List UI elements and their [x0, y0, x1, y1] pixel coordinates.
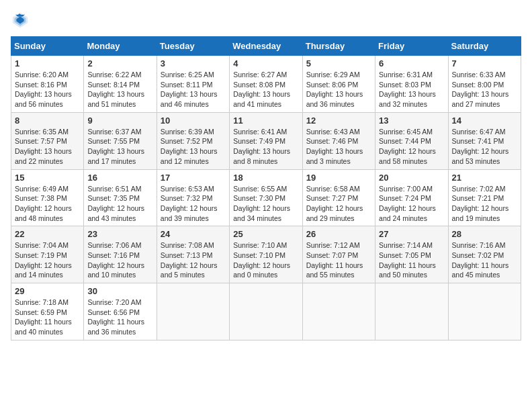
day-number: 6 — [379, 58, 444, 68]
day-detail: Sunrise: 7:08 AMSunset: 7:13 PMDaylight:… — [161, 240, 226, 280]
header-day-friday: Friday — [375, 37, 448, 56]
calendar-cell: 28 Sunrise: 7:16 AMSunset: 7:02 PMDaylig… — [448, 226, 521, 283]
calendar-cell: 12 Sunrise: 6:43 AMSunset: 7:46 PMDaylig… — [302, 112, 375, 169]
header-day-sunday: Sunday — [11, 37, 84, 56]
day-number: 29 — [15, 286, 80, 296]
header-day-thursday: Thursday — [302, 37, 375, 56]
calendar-cell: 22 Sunrise: 7:04 AMSunset: 7:19 PMDaylig… — [11, 226, 84, 283]
calendar-cell: 25 Sunrise: 7:10 AMSunset: 7:10 PMDaylig… — [230, 226, 302, 283]
calendar-table: SundayMondayTuesdayWednesdayThursdayFrid… — [11, 36, 521, 340]
calendar-cell: 15 Sunrise: 6:49 AMSunset: 7:38 PMDaylig… — [11, 169, 84, 226]
calendar-cell: 16 Sunrise: 6:51 AMSunset: 7:35 PMDaylig… — [84, 169, 157, 226]
day-detail: Sunrise: 6:27 AMSunset: 8:08 PMDaylight:… — [233, 70, 298, 109]
day-detail: Sunrise: 7:12 AMSunset: 7:07 PMDaylight:… — [306, 240, 371, 280]
day-detail: Sunrise: 7:06 AMSunset: 7:16 PMDaylight:… — [87, 240, 152, 280]
day-detail: Sunrise: 6:41 AMSunset: 7:49 PMDaylight:… — [233, 127, 298, 167]
calendar-cell: 26 Sunrise: 7:12 AMSunset: 7:07 PMDaylig… — [302, 226, 375, 283]
day-number: 25 — [233, 229, 298, 239]
calendar-cell — [375, 283, 448, 340]
day-number: 22 — [15, 229, 80, 239]
day-detail: Sunrise: 7:20 AMSunset: 6:56 PMDaylight:… — [87, 298, 152, 337]
calendar-cell: 5 Sunrise: 6:29 AMSunset: 8:06 PMDayligh… — [302, 56, 375, 113]
calendar-cell: 3 Sunrise: 6:25 AMSunset: 8:11 PMDayligh… — [157, 56, 229, 113]
day-number: 17 — [161, 173, 226, 183]
header-day-monday: Monday — [84, 37, 157, 56]
calendar-cell: 19 Sunrise: 6:58 AMSunset: 7:27 PMDaylig… — [302, 169, 375, 226]
page-header — [11, 11, 521, 30]
day-detail: Sunrise: 6:20 AMSunset: 8:16 PMDaylight:… — [15, 70, 80, 109]
calendar-cell: 29 Sunrise: 7:18 AMSunset: 6:59 PMDaylig… — [11, 283, 84, 340]
calendar-week-4: 22 Sunrise: 7:04 AMSunset: 7:19 PMDaylig… — [11, 226, 521, 283]
calendar-cell: 24 Sunrise: 7:08 AMSunset: 7:13 PMDaylig… — [157, 226, 229, 283]
calendar-week-5: 29 Sunrise: 7:18 AMSunset: 6:59 PMDaylig… — [11, 283, 521, 340]
header-day-tuesday: Tuesday — [157, 37, 229, 56]
calendar-cell: 17 Sunrise: 6:53 AMSunset: 7:32 PMDaylig… — [157, 169, 229, 226]
day-number: 20 — [379, 173, 444, 183]
day-number: 5 — [306, 58, 371, 68]
day-detail: Sunrise: 6:55 AMSunset: 7:30 PMDaylight:… — [233, 184, 298, 224]
day-number: 18 — [233, 173, 298, 183]
calendar-cell: 20 Sunrise: 7:00 AMSunset: 7:24 PMDaylig… — [375, 169, 448, 226]
day-number: 12 — [306, 116, 371, 126]
day-number: 28 — [452, 229, 517, 239]
calendar-cell: 21 Sunrise: 7:02 AMSunset: 7:21 PMDaylig… — [448, 169, 521, 226]
day-number: 15 — [15, 173, 80, 183]
day-number: 19 — [306, 173, 371, 183]
calendar-cell: 18 Sunrise: 6:55 AMSunset: 7:30 PMDaylig… — [230, 169, 302, 226]
calendar-cell: 27 Sunrise: 7:14 AMSunset: 7:05 PMDaylig… — [375, 226, 448, 283]
day-detail: Sunrise: 7:04 AMSunset: 7:19 PMDaylight:… — [15, 240, 80, 280]
calendar-cell: 1 Sunrise: 6:20 AMSunset: 8:16 PMDayligh… — [11, 56, 84, 113]
day-number: 26 — [306, 229, 371, 239]
day-detail: Sunrise: 6:22 AMSunset: 8:14 PMDaylight:… — [87, 70, 152, 109]
day-detail: Sunrise: 6:35 AMSunset: 7:57 PMDaylight:… — [15, 127, 80, 167]
day-detail: Sunrise: 6:25 AMSunset: 8:11 PMDaylight:… — [161, 70, 226, 109]
day-detail: Sunrise: 6:45 AMSunset: 7:44 PMDaylight:… — [379, 127, 444, 167]
day-detail: Sunrise: 7:14 AMSunset: 7:05 PMDaylight:… — [379, 240, 444, 280]
calendar-cell: 11 Sunrise: 6:41 AMSunset: 7:49 PMDaylig… — [230, 112, 302, 169]
day-number: 21 — [452, 173, 517, 183]
calendar-week-1: 1 Sunrise: 6:20 AMSunset: 8:16 PMDayligh… — [11, 56, 521, 113]
day-detail: Sunrise: 6:37 AMSunset: 7:55 PMDaylight:… — [87, 127, 152, 167]
day-detail: Sunrise: 6:51 AMSunset: 7:35 PMDaylight:… — [87, 184, 152, 224]
day-number: 8 — [15, 116, 80, 126]
day-detail: Sunrise: 7:02 AMSunset: 7:21 PMDaylight:… — [452, 184, 517, 224]
calendar-cell: 7 Sunrise: 6:33 AMSunset: 8:00 PMDayligh… — [448, 56, 521, 113]
day-number: 24 — [161, 229, 226, 239]
calendar-week-3: 15 Sunrise: 6:49 AMSunset: 7:38 PMDaylig… — [11, 169, 521, 226]
day-number: 2 — [87, 58, 152, 68]
calendar-cell: 13 Sunrise: 6:45 AMSunset: 7:44 PMDaylig… — [375, 112, 448, 169]
day-number: 4 — [233, 58, 298, 68]
day-number: 10 — [161, 116, 226, 126]
calendar-cell — [448, 283, 521, 340]
calendar-cell — [157, 283, 229, 340]
header-row: SundayMondayTuesdayWednesdayThursdayFrid… — [11, 37, 521, 56]
day-number: 14 — [452, 116, 517, 126]
calendar-body: 1 Sunrise: 6:20 AMSunset: 8:16 PMDayligh… — [11, 56, 521, 340]
day-number: 9 — [87, 116, 152, 126]
day-number: 1 — [15, 58, 80, 68]
day-number: 30 — [87, 286, 152, 296]
day-detail: Sunrise: 6:39 AMSunset: 7:52 PMDaylight:… — [161, 127, 226, 167]
header-day-wednesday: Wednesday — [230, 37, 302, 56]
calendar-cell: 9 Sunrise: 6:37 AMSunset: 7:55 PMDayligh… — [84, 112, 157, 169]
calendar-cell: 23 Sunrise: 7:06 AMSunset: 7:16 PMDaylig… — [84, 226, 157, 283]
day-detail: Sunrise: 6:33 AMSunset: 8:00 PMDaylight:… — [452, 70, 517, 109]
calendar-cell: 8 Sunrise: 6:35 AMSunset: 7:57 PMDayligh… — [11, 112, 84, 169]
calendar-cell — [302, 283, 375, 340]
calendar-cell: 2 Sunrise: 6:22 AMSunset: 8:14 PMDayligh… — [84, 56, 157, 113]
day-number: 3 — [161, 58, 226, 68]
logo — [11, 11, 32, 30]
day-detail: Sunrise: 6:49 AMSunset: 7:38 PMDaylight:… — [15, 184, 80, 224]
calendar-cell: 6 Sunrise: 6:31 AMSunset: 8:03 PMDayligh… — [375, 56, 448, 113]
day-detail: Sunrise: 6:29 AMSunset: 8:06 PMDaylight:… — [306, 70, 371, 109]
day-detail: Sunrise: 6:58 AMSunset: 7:27 PMDaylight:… — [306, 184, 371, 224]
logo-icon — [11, 11, 30, 30]
day-number: 11 — [233, 116, 298, 126]
calendar-cell: 4 Sunrise: 6:27 AMSunset: 8:08 PMDayligh… — [230, 56, 302, 113]
header-day-saturday: Saturday — [448, 37, 521, 56]
day-detail: Sunrise: 7:18 AMSunset: 6:59 PMDaylight:… — [15, 298, 80, 337]
day-number: 7 — [452, 58, 517, 68]
day-number: 13 — [379, 116, 444, 126]
calendar-header: SundayMondayTuesdayWednesdayThursdayFrid… — [11, 37, 521, 56]
day-detail: Sunrise: 6:43 AMSunset: 7:46 PMDaylight:… — [306, 127, 371, 167]
